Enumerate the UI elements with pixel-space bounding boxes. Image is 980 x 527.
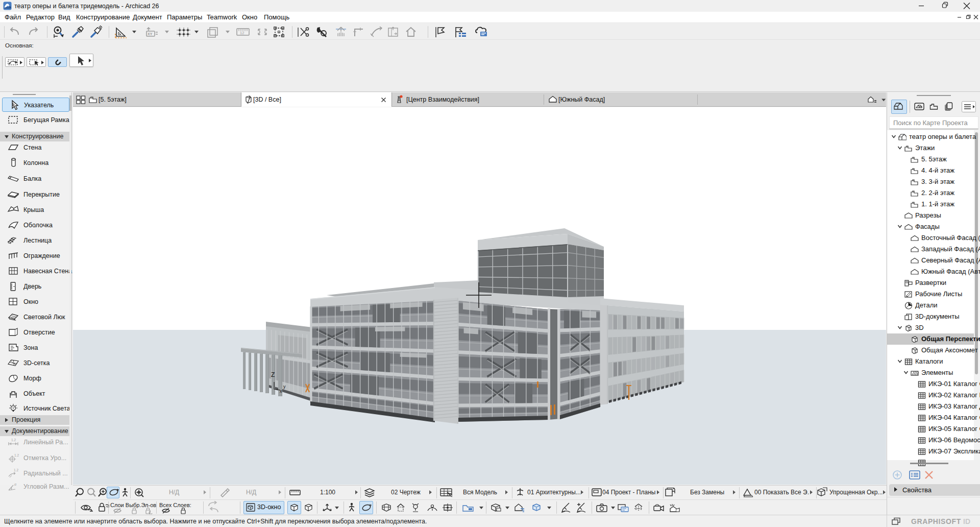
svg-text:XY: XY bbox=[148, 32, 153, 36]
svg-text:y: y bbox=[283, 384, 286, 389]
svg-text:1.2: 1.2 bbox=[14, 468, 18, 472]
svg-text:1.2: 1.2 bbox=[14, 453, 19, 457]
svg-text:12: 12 bbox=[240, 31, 244, 35]
svg-text:x: x bbox=[280, 389, 282, 394]
svg-text:1.2: 1.2 bbox=[11, 438, 16, 442]
svg-text:α: α bbox=[14, 483, 17, 486]
svg-text:Z: Z bbox=[271, 371, 275, 378]
